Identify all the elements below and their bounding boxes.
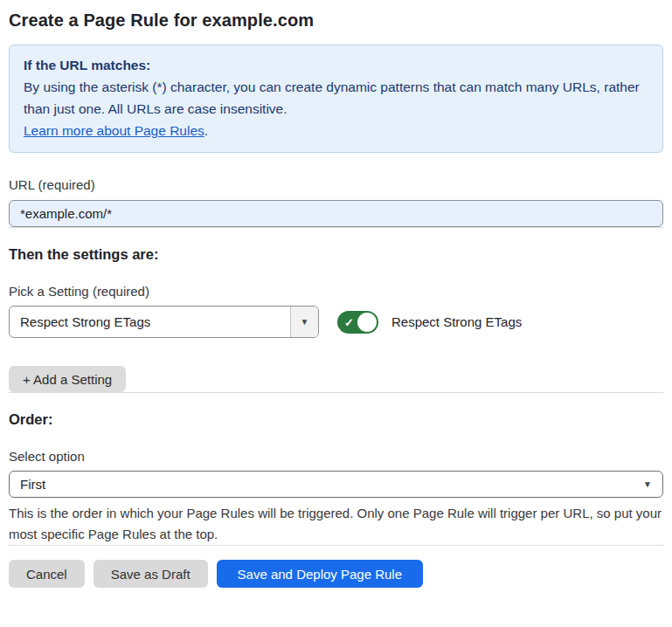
order-help-text: This is the order in which your Page Rul… (9, 503, 663, 545)
save-deploy-button[interactable]: Save and Deploy Page Rule (217, 560, 423, 588)
setting-toggle-label: Respect Strong ETags (391, 314, 522, 329)
setting-row: Respect Strong ETags ▼ ✓ Respect Strong … (9, 306, 663, 338)
url-field-label: URL (required) (9, 177, 663, 192)
order-select-label: Select option (9, 449, 663, 464)
chevron-down-icon: ▼ (301, 317, 309, 327)
setting-dropdown[interactable]: Respect Strong ETags ▼ (9, 306, 319, 338)
info-box-heading: If the URL matches: (24, 54, 648, 76)
page-title: Create a Page Rule for example.com (9, 10, 663, 31)
info-box-body-text: By using the asterisk (*) character, you… (24, 79, 640, 116)
info-box-body: By using the asterisk (*) character, you… (24, 76, 648, 120)
divider (9, 227, 663, 228)
order-section-heading: Order: (9, 411, 663, 428)
order-select[interactable]: First ▼ (9, 471, 663, 498)
page-rule-form: Create a Page Rule for example.com If th… (0, 0, 672, 588)
url-input[interactable] (9, 200, 663, 227)
settings-section-heading: Then the settings are: (9, 246, 663, 263)
order-select-value: First (20, 477, 45, 492)
divider (9, 545, 663, 546)
cancel-button[interactable]: Cancel (9, 560, 85, 588)
link-period: . (204, 123, 208, 138)
toggle-knob (357, 313, 377, 332)
divider (9, 392, 663, 393)
setting-toggle[interactable]: ✓ (337, 311, 378, 334)
add-setting-button[interactable]: + Add a Setting (9, 366, 126, 392)
info-box-link-line: Learn more about Page Rules. (24, 120, 648, 141)
setting-dropdown-button[interactable]: ▼ (290, 307, 318, 337)
url-matches-info-box: If the URL matches: By using the asteris… (9, 45, 663, 153)
learn-more-link[interactable]: Learn more about Page Rules (24, 123, 204, 138)
chevron-down-icon: ▼ (643, 479, 652, 489)
pick-setting-label: Pick a Setting (required) (9, 284, 663, 299)
setting-dropdown-value: Respect Strong ETags (10, 307, 290, 337)
save-draft-button[interactable]: Save as Draft (94, 560, 208, 588)
footer-actions: Cancel Save as Draft Save and Deploy Pag… (9, 560, 663, 588)
check-icon: ✓ (344, 315, 354, 328)
